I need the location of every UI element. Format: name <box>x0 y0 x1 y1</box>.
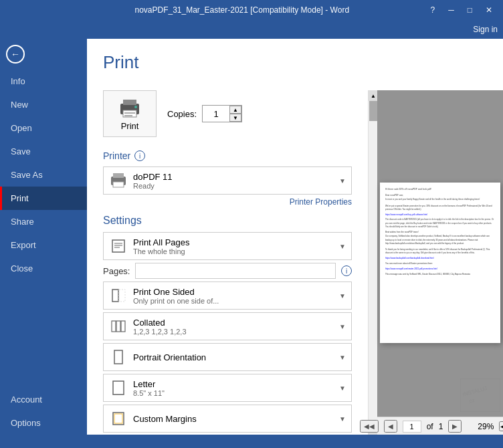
prev-page-button[interactable]: ◀ <box>384 420 397 433</box>
sidebar-item-share[interactable]: Share <box>0 210 87 233</box>
collated-text: Collated 1,2,3 1,2,3 1,2,3 <box>133 318 334 336</box>
title-bar-controls: ? ─ □ ✕ <box>425 4 498 16</box>
svg-rect-19 <box>113 381 124 395</box>
total-pages: 1 <box>439 422 443 431</box>
zoom-out-button[interactable]: ◀ <box>499 421 503 431</box>
sidebar-item-close[interactable]: Close <box>0 257 87 280</box>
preview-bottom: ◀◀ ◀ of 1 ▶ 29% ◀ ▶ <box>377 417 503 435</box>
print-btn-label: Print <box>121 121 139 131</box>
preview-area: Hi there sale 30% off novaPDF and look p… <box>377 90 503 435</box>
pages-info-icon[interactable]: i <box>341 265 352 276</box>
sidebar-item-account[interactable]: Account <box>0 388 87 411</box>
portrait-orientation-arrow: ▼ <box>339 354 346 361</box>
sidebar-item-new[interactable]: New <box>0 93 87 116</box>
printer-section-title: Printer i <box>103 150 352 161</box>
page-of-label: of <box>427 422 433 431</box>
settings-scrollbar: ▲ ▼ <box>368 90 377 435</box>
print-header: Print <box>87 39 503 90</box>
title-bar: novaPDF_31_Mar_Easter-2021 [Compatibilit… <box>0 0 503 20</box>
custom-margins-text: Custom Margins <box>133 414 334 424</box>
status-bar <box>0 435 503 448</box>
custom-margins-row[interactable]: Custom Margins ▼ <box>103 405 352 433</box>
print-one-sided-row[interactable]: Print One Sided Only print on one side o… <box>103 282 352 310</box>
scroll-up-button[interactable]: ▲ <box>369 90 378 101</box>
settings-panel: Print Copies: ▲ ▼ <box>87 90 368 435</box>
scroll-track[interactable] <box>369 101 377 425</box>
print-button[interactable]: Print <box>103 90 157 137</box>
pages-row: Pages: i <box>103 263 352 279</box>
portrait-orientation-main: Portrait Orientation <box>133 352 334 362</box>
page-number-input[interactable] <box>403 421 421 433</box>
sidebar-item-save-as[interactable]: Save As <box>0 163 87 187</box>
copies-label: Copies: <box>167 109 197 119</box>
svg-rect-9 <box>112 240 124 252</box>
custom-margins-icon <box>109 409 128 428</box>
print-button-area: Print Copies: ▲ ▼ <box>103 90 352 137</box>
pages-label: Pages: <box>103 266 130 276</box>
restore-button[interactable]: □ <box>462 4 478 16</box>
zoom-level: 29% <box>478 422 494 431</box>
collated-icon <box>109 317 128 336</box>
print-all-pages-sub: The whole thing <box>133 247 334 255</box>
letter-text: Letter 8.5" x 11" <box>133 379 334 397</box>
minimize-button[interactable]: ─ <box>443 4 460 16</box>
letter-row[interactable]: Letter 8.5" x 11" ▼ <box>103 374 352 402</box>
print-all-pages-main: Print All Pages <box>133 237 334 247</box>
settings-section-title: Settings <box>103 215 352 227</box>
svg-text:.CZ: .CZ <box>468 399 475 404</box>
print-one-sided-arrow: ▼ <box>339 292 346 300</box>
custom-margins-main: Custom Margins <box>133 414 334 424</box>
back-button[interactable]: ← <box>0 39 31 70</box>
scroll-thumb[interactable] <box>369 101 377 121</box>
portrait-orientation-row[interactable]: Portrait Orientation ▼ <box>103 343 352 371</box>
sidebar-item-open[interactable]: Open <box>0 116 87 140</box>
next-page-button[interactable]: ▶ <box>448 420 462 433</box>
svg-rect-4 <box>124 115 132 116</box>
sign-in-link[interactable]: Sign in <box>473 25 498 34</box>
printer-dropdown-arrow: ▼ <box>339 177 346 185</box>
printer-properties-link[interactable]: Printer Properties <box>103 197 352 207</box>
page-preview: Hi there sale 30% off novaPDF and look p… <box>380 183 500 343</box>
printer-status: Ready <box>133 182 334 190</box>
print-content: Print Copies: ▲ ▼ <box>87 90 503 435</box>
close-button[interactable]: ✕ <box>480 4 498 16</box>
sidebar-item-print[interactable]: Print <box>0 187 87 210</box>
title-bar-title: novaPDF_31_Mar_Easter-2021 [Compatibilit… <box>59 5 425 15</box>
svg-rect-18 <box>114 350 122 364</box>
svg-rect-13 <box>112 290 118 302</box>
sidebar-item-options[interactable]: Options <box>0 411 87 435</box>
sidebar-item-info[interactable]: Info <box>0 70 87 93</box>
printer-select[interactable]: doPDF 11 Ready ▼ <box>103 166 352 195</box>
copies-down-button[interactable]: ▼ <box>229 114 241 122</box>
sidebar-item-save[interactable]: Save <box>0 140 87 163</box>
collated-row[interactable]: Collated 1,2,3 1,2,3 1,2,3 ▼ <box>103 312 352 340</box>
help-button[interactable]: ? <box>425 4 441 16</box>
collated-main: Collated <box>133 318 334 328</box>
page-title: Print <box>103 52 487 73</box>
pages-input[interactable] <box>135 263 336 279</box>
print-all-pages-row[interactable]: Print All Pages The whole thing ▼ <box>103 232 352 260</box>
copies-area: Copies: ▲ ▼ <box>167 105 242 122</box>
copies-up-button[interactable]: ▲ <box>229 106 241 114</box>
sidebar-item-export[interactable]: Export <box>0 233 87 257</box>
letter-sub: 8.5" x 11" <box>133 389 334 397</box>
print-one-sided-text: Print One Sided Only print on one side o… <box>133 287 334 305</box>
print-all-pages-icon <box>109 237 128 255</box>
letter-icon <box>109 378 128 397</box>
printer-info-icon[interactable]: i <box>134 150 145 161</box>
printer-info: doPDF 11 Ready <box>133 172 334 190</box>
printer-icon <box>118 97 142 118</box>
portrait-orientation-icon <box>109 348 128 366</box>
svg-rect-1 <box>123 100 136 105</box>
first-page-button[interactable]: ◀◀ <box>360 420 379 433</box>
preview-content: Hi there sale 30% off novaPDF and look p… <box>385 188 495 277</box>
letter-arrow: ▼ <box>339 384 346 392</box>
print-one-sided-main: Print One Sided <box>133 287 334 297</box>
main-content: ← Info New Open Save Save As Print Share… <box>0 39 503 435</box>
copies-input[interactable] <box>203 106 229 122</box>
collated-sub: 1,2,3 1,2,3 1,2,3 <box>133 328 334 336</box>
copies-spinner: ▲ ▼ <box>229 106 241 122</box>
watermark: INSTALUJ .CZ <box>460 378 500 414</box>
print-one-sided-sub: Only print on one side of... <box>133 297 334 305</box>
svg-rect-21 <box>114 414 122 423</box>
